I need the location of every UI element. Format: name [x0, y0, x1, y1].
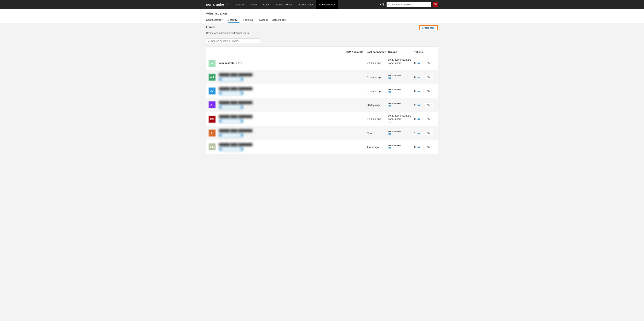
- nav-quality-gates[interactable]: Quality Gates: [295, 0, 316, 9]
- last-connection: 1 year ago: [367, 145, 388, 148]
- subtab-label: System: [259, 18, 268, 21]
- user-info-redacted: ██████ ████ ████████████████████: [219, 129, 346, 137]
- current-user-avatar[interactable]: DN: [432, 2, 438, 7]
- groups-cell: sonar-users: [388, 88, 414, 94]
- help-icon[interactable]: ?: [380, 3, 384, 6]
- nav-rules[interactable]: Rules: [260, 0, 272, 9]
- actions-cell: [426, 145, 436, 149]
- edit-groups-button[interactable]: [388, 133, 391, 136]
- token-count: 0: [414, 90, 416, 93]
- group-name: sonar-administrators: [388, 58, 414, 61]
- chevron-down-icon: [430, 62, 432, 64]
- user-actions-button[interactable]: [426, 103, 433, 107]
- subtab-security[interactable]: Security: [228, 18, 240, 23]
- user-actions-button[interactable]: [426, 117, 433, 121]
- svg-rect-67: [389, 134, 391, 134]
- top-nav: sonarqube ProjectsIssuesRulesQuality Pro…: [0, 0, 644, 9]
- svg-rect-66: [388, 134, 388, 134]
- groups-cell: sonar-users: [388, 130, 414, 136]
- svg-rect-46: [417, 104, 418, 104]
- global-search-input[interactable]: [392, 3, 429, 6]
- subtab-projects[interactable]: Projects: [243, 18, 255, 23]
- subtab-label: Security: [228, 18, 237, 21]
- list-icon: [417, 104, 420, 106]
- user-login: admin: [236, 62, 243, 64]
- edit-tokens-button[interactable]: [417, 132, 420, 134]
- edit-tokens-button[interactable]: [417, 90, 420, 93]
- edit-groups-button[interactable]: [388, 65, 391, 68]
- list-icon: [417, 62, 420, 64]
- token-count: 0: [414, 117, 416, 120]
- subtab-configuration[interactable]: Configuration: [206, 18, 224, 23]
- edit-tokens-button[interactable]: [417, 62, 420, 64]
- user-avatar: AZ: [208, 87, 216, 94]
- user-actions-button[interactable]: [426, 61, 433, 65]
- svg-rect-7: [389, 66, 391, 66]
- user-info: Administrator admin: [219, 62, 346, 64]
- edit-groups-button[interactable]: [388, 147, 391, 150]
- actions-cell: [426, 89, 436, 93]
- edit-tokens-button[interactable]: [417, 76, 420, 79]
- svg-rect-49: [418, 105, 420, 105]
- svg-rect-75: [418, 133, 420, 134]
- svg-rect-79: [389, 148, 391, 148]
- user-filter[interactable]: [206, 38, 260, 43]
- edit-groups-button[interactable]: [388, 91, 391, 94]
- subtab-system[interactable]: System: [259, 18, 268, 23]
- svg-rect-55: [389, 122, 391, 122]
- svg-rect-84: [417, 146, 418, 147]
- svg-point-0: [388, 4, 390, 5]
- table-row: AZ██████ ████ ████████████████████5 mont…: [206, 84, 438, 98]
- gear-icon: [427, 118, 430, 120]
- global-search[interactable]: [386, 2, 430, 7]
- chevron-down-icon: [430, 104, 432, 106]
- create-user-button[interactable]: Create User: [420, 25, 438, 30]
- nav-administration[interactable]: Administration: [316, 0, 338, 9]
- svg-rect-64: [388, 133, 388, 134]
- svg-rect-42: [388, 106, 388, 106]
- nav-projects[interactable]: Projects: [232, 0, 247, 9]
- tokens-cell: 2: [414, 104, 426, 106]
- nav-quality-profiles[interactable]: Quality Profiles: [272, 0, 295, 9]
- svg-rect-17: [389, 77, 391, 78]
- svg-rect-24: [417, 77, 418, 77]
- subtab-label: Configuration: [206, 18, 222, 21]
- col-groups: Groups: [388, 51, 414, 53]
- edit-tokens-button[interactable]: [417, 117, 420, 120]
- user-filter-input[interactable]: [211, 40, 259, 42]
- subtab-marketplace[interactable]: Marketplace: [272, 18, 286, 23]
- edit-groups-button[interactable]: [388, 121, 391, 124]
- gear-icon: [427, 90, 430, 92]
- edit-groups-button[interactable]: [388, 77, 391, 80]
- svg-rect-11: [418, 62, 420, 62]
- tokens-cell: 0: [414, 62, 426, 64]
- logo[interactable]: sonarqube: [206, 3, 228, 7]
- list-icon: [417, 132, 420, 134]
- table-row: AT██████ ████ ████████████████████20 day…: [206, 98, 438, 112]
- last-connection: 20 days ago: [367, 104, 388, 106]
- gear-icon: [427, 76, 430, 78]
- svg-rect-6: [388, 66, 388, 66]
- user-actions-button[interactable]: [426, 131, 433, 135]
- edit-tokens-button[interactable]: [417, 104, 420, 106]
- col-tokens: Tokens: [414, 51, 426, 53]
- user-name: Administrator: [219, 62, 236, 64]
- nav-issues[interactable]: Issues: [247, 0, 260, 9]
- user-actions-button[interactable]: [426, 75, 433, 79]
- user-actions-button[interactable]: [426, 89, 433, 93]
- user-actions-button[interactable]: [426, 145, 433, 149]
- svg-rect-50: [417, 105, 418, 106]
- user-avatar: DN: [208, 116, 216, 122]
- table-row: HK██████ ████ ████████████████████1 year…: [206, 140, 438, 154]
- svg-rect-65: [389, 133, 391, 134]
- user-info-redacted: ██████ ████ ████████████████████: [219, 101, 346, 109]
- svg-rect-60: [417, 118, 418, 119]
- edit-groups-button[interactable]: [388, 105, 391, 108]
- svg-rect-10: [417, 62, 418, 62]
- svg-rect-83: [418, 146, 420, 146]
- svg-rect-32: [388, 93, 388, 93]
- user-info-redacted: ██████ ████ ████████████████████: [219, 115, 346, 123]
- edit-tokens-button[interactable]: [417, 145, 420, 148]
- group-name: sonar-users: [388, 74, 414, 77]
- svg-rect-61: [418, 118, 420, 119]
